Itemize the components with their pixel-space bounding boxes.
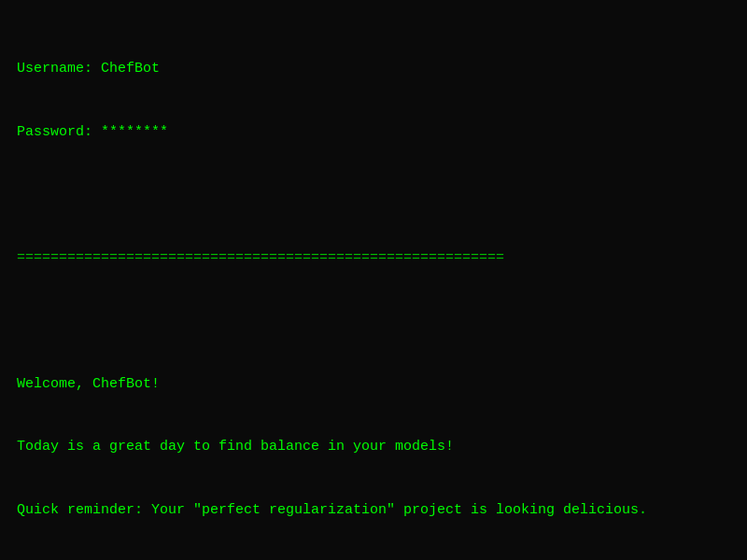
blank-2 bbox=[17, 311, 730, 332]
blank-1 bbox=[17, 185, 730, 206]
welcome-3: Quick reminder: Your "perfect regulariza… bbox=[17, 500, 730, 522]
divider-1: ========================================… bbox=[17, 248, 730, 270]
welcome-2: Today is a great day to find balance in … bbox=[17, 437, 730, 458]
username-line: Username: ChefBot bbox=[17, 59, 730, 80]
password-line: Password: ******** bbox=[17, 122, 730, 144]
welcome-1: Welcome, ChefBot! bbox=[17, 374, 730, 396]
terminal-output: Username: ChefBot Password: ******** ===… bbox=[17, 17, 730, 560]
